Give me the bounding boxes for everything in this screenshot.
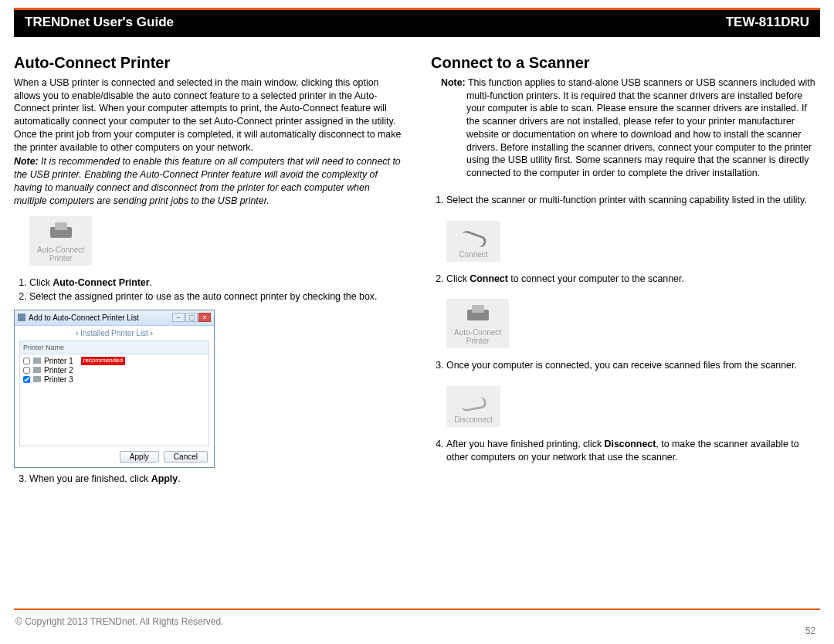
right-step-1: Select the scanner or multi-function pri…: [446, 194, 820, 207]
app-icon: [18, 314, 25, 321]
step-text: After you have finished printing, click: [446, 439, 605, 449]
button-label-line1: Auto-Connect: [37, 246, 84, 254]
printer-checkbox[interactable]: [23, 358, 30, 364]
dialog-body: Printer Name Printer 1recommendedPrinter…: [19, 341, 209, 446]
cancel-button[interactable]: Cancel: [164, 451, 208, 463]
dialog-titlebar: Add to Auto-Connect Printer List – ▢ ×: [15, 310, 214, 326]
note-label: Note:: [441, 77, 466, 88]
content-columns: Auto-Connect Printer When a USB printer …: [14, 53, 820, 492]
close-button[interactable]: ×: [198, 313, 211, 322]
printer-small-icon: [33, 358, 41, 364]
step-text: When you are finished, click: [29, 473, 151, 484]
doc-title: TRENDnet User's Guide: [25, 15, 174, 30]
printer-name: Printer 3: [44, 375, 73, 385]
step-text: to connect your computer to the scanner.: [508, 273, 684, 284]
button-label-line2: Printer: [37, 254, 84, 263]
list-item: Click Connect to connect your computer t…: [446, 273, 820, 286]
right-step-3: Once your computer is connected, you can…: [446, 359, 820, 372]
disconnect-icon: [458, 392, 489, 414]
left-steps-1-2: Click Auto-Connect Printer. Select the a…: [29, 276, 403, 303]
column-header: Printer Name: [20, 341, 208, 354]
minimize-button[interactable]: –: [172, 313, 185, 322]
printer-icon: [463, 305, 493, 327]
note-text: It is recommended to enable this feature…: [14, 156, 401, 205]
left-steps-3: When you are finished, click Apply.: [29, 473, 403, 486]
left-step-1: Click Auto-Connect Printer.: [29, 276, 403, 290]
header-band: TRENDnet User's Guide TEW-811DRU: [14, 8, 820, 37]
subheader-text: Installed Printer List: [80, 329, 148, 337]
left-step-3: When you are finished, click Apply.: [29, 473, 403, 486]
printer-row[interactable]: Printer 1recommended: [23, 356, 205, 365]
printer-small-icon: [33, 376, 41, 382]
button-label-line1: Auto-Connect: [454, 328, 501, 337]
footer-rule: [14, 608, 820, 610]
recommended-badge: recommended: [81, 357, 125, 365]
step-text: Click: [446, 273, 470, 284]
printer-icon: [46, 222, 76, 244]
connect-button[interactable]: Connect: [446, 221, 500, 262]
printer-row[interactable]: Printer 2: [23, 365, 205, 375]
note-label: Note:: [14, 156, 39, 167]
scanner-note: Note: This function applies to stand-alo…: [466, 76, 820, 180]
right-column: Connect to a Scanner Note: This function…: [431, 53, 820, 492]
button-label: Connect: [454, 250, 493, 259]
add-printer-dialog: Add to Auto-Connect Printer List – ▢ × ‹…: [14, 310, 215, 469]
page: TRENDnet User's Guide TEW-811DRU Auto-Co…: [0, 0, 834, 644]
apply-button[interactable]: Apply: [120, 451, 159, 463]
right-step-2: Click Connect to connect your computer t…: [446, 273, 820, 286]
window-buttons: – ▢ ×: [172, 313, 211, 322]
connect-icon: [458, 227, 489, 249]
button-label-line2: Printer: [454, 337, 501, 345]
dialog-footer: Apply Cancel: [15, 446, 214, 467]
dialog-title: Add to Auto-Connect Printer List: [29, 313, 139, 324]
list-item: After you have finished printing, click …: [446, 438, 820, 463]
left-column: Auto-Connect Printer When a USB printer …: [14, 53, 403, 492]
section-heading-scanner: Connect to a Scanner: [431, 53, 820, 73]
step-text: Click: [29, 277, 53, 288]
page-number: 52: [805, 625, 815, 636]
step-text: .: [178, 473, 180, 484]
copyright: © Copyright 2013 TRENDnet. All Rights Re…: [15, 616, 223, 627]
auto-connect-printer-button[interactable]: Auto-Connect Printer: [29, 216, 92, 266]
printer-row[interactable]: Printer 3: [23, 375, 205, 384]
maximize-button[interactable]: ▢: [185, 313, 198, 322]
printer-small-icon: [33, 367, 41, 373]
section-heading-auto-connect: Auto-Connect Printer: [14, 53, 403, 73]
note-text: This function applies to stand-alone USB…: [466, 77, 815, 178]
step-text: .: [150, 277, 152, 288]
list-item: Once your computer is connected, you can…: [446, 359, 820, 372]
printer-checkbox[interactable]: [23, 376, 30, 383]
right-step-4: After you have finished printing, click …: [446, 438, 820, 463]
step-bold: Apply: [151, 473, 178, 484]
auto-connect-printer-button-right[interactable]: Auto-Connect Printer: [446, 299, 509, 348]
step-bold: Connect: [470, 273, 508, 284]
button-label: Disconnect: [454, 415, 493, 424]
chevron-right-icon: ›: [148, 329, 153, 337]
step-bold: Disconnect: [605, 439, 656, 449]
list-item: Select the scanner or multi-function pri…: [446, 194, 820, 207]
dialog-subheader: ‹ Installed Printer List ›: [15, 326, 214, 341]
printer-checkbox[interactable]: [23, 367, 30, 374]
printer-list: Printer 1recommendedPrinter 2Printer 3: [20, 354, 208, 446]
auto-connect-description: When a USB printer is connected and sele…: [14, 76, 403, 154]
auto-connect-note: Note: It is recommended to enable this f…: [14, 155, 403, 207]
left-step-2: Select the assigned printer to use as th…: [29, 290, 403, 303]
disconnect-button[interactable]: Disconnect: [446, 386, 500, 427]
step-bold: Auto-Connect Printer: [53, 277, 149, 288]
model-number: TEW-811DRU: [726, 15, 809, 30]
